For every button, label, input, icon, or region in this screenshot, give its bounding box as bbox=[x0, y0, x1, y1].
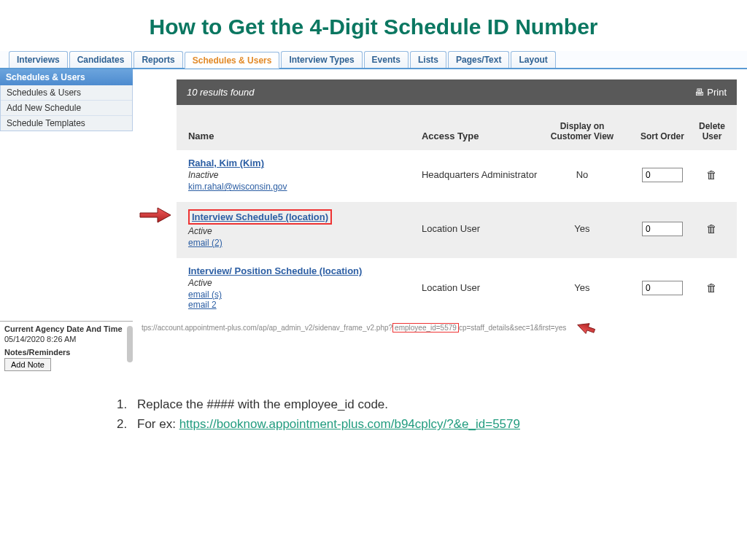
results-count: 10 results found bbox=[187, 87, 255, 98]
notes-header: Notes/Reminders bbox=[4, 348, 128, 357]
status-url-bar: tps://account.appointment-plus.com/ap/ap… bbox=[142, 320, 737, 336]
name-cell: Rahal, Kim (Kim)Inactivekim.rahal@wiscon… bbox=[188, 158, 422, 192]
col-display: Display on Customer View bbox=[538, 121, 626, 141]
page-title: How to Get the 4-Digit Schedule ID Numbe… bbox=[0, 15, 747, 39]
sidebar-item[interactable]: Schedules & Users bbox=[1, 85, 132, 101]
tab-interviews[interactable]: Interviews bbox=[9, 51, 68, 68]
sort-order-input[interactable] bbox=[642, 168, 683, 182]
tab-schedules-users[interactable]: Schedules & Users bbox=[185, 52, 280, 69]
tab-candidates[interactable]: Candidates bbox=[69, 51, 133, 68]
access-type: Location User bbox=[422, 223, 538, 234]
instruction-1: 1.Replace the #### with the employee_id … bbox=[117, 394, 747, 414]
print-icon: 🖶 bbox=[694, 87, 704, 98]
status-text: Active bbox=[188, 226, 422, 236]
sidebar: Schedules & Users Schedules & UsersAdd N… bbox=[0, 69, 133, 374]
col-sort: Sort Order bbox=[626, 131, 699, 141]
access-type: Headquarters Administrator bbox=[422, 169, 538, 180]
tab-pages-text[interactable]: Pages/Text bbox=[448, 51, 509, 68]
trash-icon[interactable] bbox=[706, 170, 717, 181]
sidebar-header: Schedules & Users bbox=[0, 69, 133, 85]
scrollbar-thumb[interactable] bbox=[127, 326, 133, 362]
example-link[interactable]: https://booknow.appointment-plus.com/b94… bbox=[179, 417, 520, 431]
print-label: Print bbox=[707, 87, 727, 98]
delete-cell bbox=[699, 222, 725, 235]
name-cell: Interview/ Position Schedule (location)A… bbox=[188, 265, 422, 310]
status-text: Inactive bbox=[188, 170, 422, 180]
access-type: Location User bbox=[422, 282, 538, 293]
table-row: Interview/ Position Schedule (location)A… bbox=[177, 258, 737, 320]
display-value: No bbox=[538, 169, 626, 180]
results-header: 10 results found 🖶 Print bbox=[177, 79, 737, 105]
email-link[interactable]: email (s) bbox=[188, 289, 422, 300]
sidebar-item[interactable]: Schedule Templates bbox=[1, 116, 132, 131]
sort-cell bbox=[626, 168, 699, 182]
tab-reports[interactable]: Reports bbox=[133, 51, 182, 68]
agency-time-value: 05/14/2020 8:26 AM bbox=[4, 335, 128, 343]
tab-lists[interactable]: Lists bbox=[410, 51, 446, 68]
url-post: cp=staff_details&sec=1&first=yes bbox=[459, 324, 566, 332]
name-cell: Interview Schedule5 (location)Activeemai… bbox=[188, 209, 422, 248]
main-panel: 10 results found 🖶 Print Name Access Typ… bbox=[133, 69, 747, 374]
user-name-link[interactable]: Interview/ Position Schedule (location) bbox=[188, 265, 362, 276]
col-name: Name bbox=[188, 131, 422, 141]
delete-cell bbox=[699, 168, 725, 181]
status-text: Active bbox=[188, 278, 422, 288]
user-name-link[interactable]: Interview Schedule5 (location) bbox=[192, 211, 328, 222]
trash-icon[interactable] bbox=[706, 224, 717, 235]
arrow-up-icon bbox=[574, 322, 599, 336]
instructions: 1.Replace the #### with the employee_id … bbox=[117, 394, 747, 434]
display-value: Yes bbox=[538, 223, 626, 234]
email-link[interactable]: kim.rahal@wisconsin.gov bbox=[188, 182, 422, 192]
sort-order-input[interactable] bbox=[642, 281, 683, 295]
highlight-box: Interview Schedule5 (location) bbox=[188, 209, 332, 225]
sort-order-input[interactable] bbox=[642, 222, 683, 236]
delete-cell bbox=[699, 281, 725, 294]
agency-time-header: Current Agency Date And Time bbox=[4, 324, 128, 333]
table-header-row: Name Access Type Display on Customer Vie… bbox=[177, 105, 737, 150]
tab-layout[interactable]: Layout bbox=[511, 51, 555, 68]
url-pre: tps://account.appointment-plus.com/ap/ap… bbox=[142, 324, 392, 332]
user-name-link[interactable]: Rahal, Kim (Kim) bbox=[188, 158, 264, 168]
tab-bar: InterviewsCandidatesReportsSchedules & U… bbox=[0, 51, 747, 69]
email-link[interactable]: email (2) bbox=[188, 238, 422, 248]
display-value: Yes bbox=[538, 282, 626, 293]
sort-cell bbox=[626, 222, 699, 236]
sidebar-meta: Current Agency Date And Time 05/14/2020 … bbox=[0, 321, 133, 374]
print-button[interactable]: 🖶 Print bbox=[694, 87, 727, 98]
instruction-2: 2.For ex: https://booknow.appointment-pl… bbox=[117, 414, 747, 434]
col-access: Access Type bbox=[422, 131, 538, 141]
col-delete: Delete User bbox=[699, 121, 725, 141]
sidebar-item[interactable]: Add New Schedule bbox=[1, 101, 132, 116]
sort-cell bbox=[626, 281, 699, 295]
trash-icon[interactable] bbox=[706, 283, 717, 294]
tab-events[interactable]: Events bbox=[364, 51, 409, 68]
url-highlight: employee_id=5579 bbox=[392, 323, 459, 332]
table-row: Interview Schedule5 (location)Activeemai… bbox=[177, 202, 737, 258]
add-note-button[interactable]: Add Note bbox=[4, 358, 51, 371]
arrow-right-icon bbox=[139, 206, 172, 226]
sidebar-list: Schedules & UsersAdd New ScheduleSchedul… bbox=[0, 85, 133, 131]
email-link[interactable]: email 2 bbox=[188, 300, 422, 310]
table-row: Rahal, Kim (Kim)Inactivekim.rahal@wiscon… bbox=[177, 150, 737, 202]
tab-interview-types[interactable]: Interview Types bbox=[281, 51, 362, 68]
main-layout: Schedules & Users Schedules & UsersAdd N… bbox=[0, 69, 747, 374]
